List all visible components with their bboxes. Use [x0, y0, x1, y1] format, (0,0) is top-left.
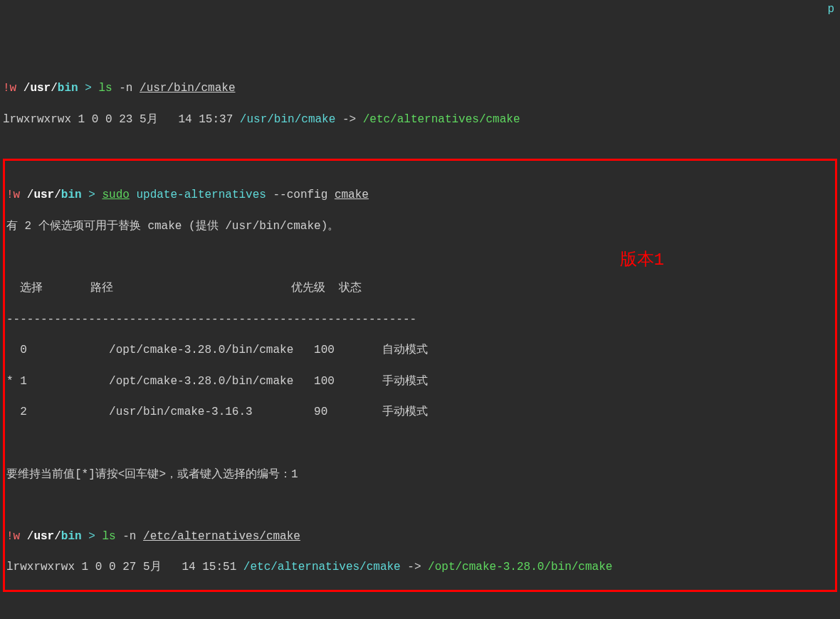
version-1-label: 版本1	[620, 248, 664, 270]
terminal-line: !w /usr/bin > sudo update-alternatives -…	[6, 186, 834, 205]
ls-path-arg: /usr/bin/cmake	[140, 82, 235, 95]
ls-output: lrwxrwxrwx 1 0 0 27 5月 14 15:51 /etc/alt…	[6, 559, 834, 577]
table-row: 0 /opt/cmake-3.28.0/bin/cmake 100 自动模式	[6, 342, 834, 360]
top-indicator: p	[827, 3, 834, 16]
update-alternatives-command: update-alternatives	[130, 189, 266, 201]
table-row: * 1 /opt/cmake-3.28.0/bin/cmake 100 手动模式	[6, 373, 834, 391]
symlink-target: /etc/alternatives/cmake	[363, 113, 520, 126]
terminal-line: !w /usr/bin > ls -n /etc/alternatives/cm…	[6, 528, 834, 546]
version-1-box: 版本1 !w /usr/bin > sudo update-alternativ…	[3, 159, 837, 592]
ls-command: ls	[102, 530, 115, 543]
table-divider: ----------------------------------------…	[6, 311, 834, 329]
symlink-source: /usr/bin/cmake	[240, 113, 335, 126]
symlink-source: /etc/alternatives/cmake	[243, 561, 401, 573]
symlink-target: /opt/cmake-3.28.0/bin/cmake	[428, 561, 612, 573]
config-arg: cmake	[335, 189, 369, 201]
prompt-bang: !w	[3, 82, 16, 95]
terminal-line: !w /usr/bin > ls -n /usr/bin/cmake	[3, 80, 837, 98]
sudo-command: sudo	[102, 189, 129, 201]
table-row: 2 /usr/bin/cmake-3.16.3 90 手动模式	[6, 403, 834, 422]
table-header: 选择 路径 优先级 状态	[6, 280, 834, 298]
alternatives-desc: 有 2 个候选项可用于替换 cmake (提供 /usr/bin/cmake)。	[6, 218, 834, 236]
ls-output: lrwxrwxrwx 1 0 0 23 5月 14 15:37 /usr/bin…	[3, 111, 837, 129]
ls-command: ls	[98, 82, 112, 95]
selection-prompt: 要维持当前值[*]请按<回车键>，或者键入选择的编号：1	[6, 466, 834, 485]
